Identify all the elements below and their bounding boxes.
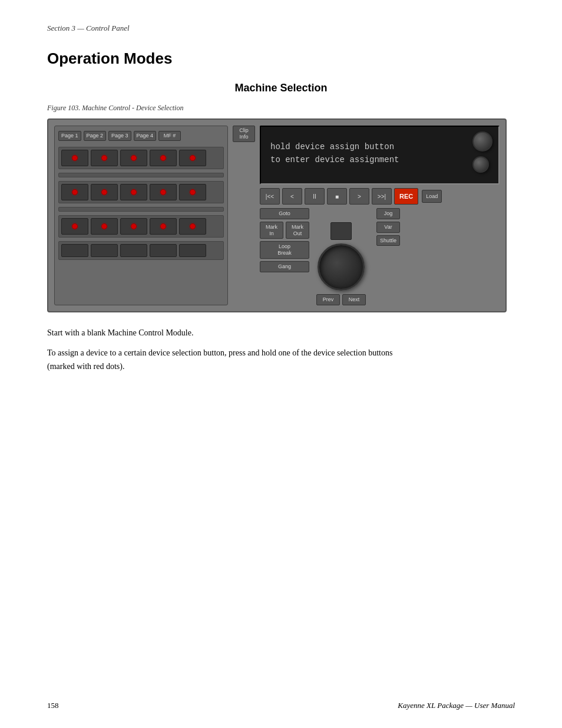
- rec-button[interactable]: REC: [394, 188, 418, 205]
- small-sq-2[interactable]: [91, 244, 118, 257]
- device-btn-3-4[interactable]: [150, 218, 177, 235]
- chapter-title: Operation Modes: [47, 50, 515, 68]
- device-btn-3-1[interactable]: [61, 218, 88, 235]
- device-btn-2-5[interactable]: [179, 184, 206, 200]
- panel-right: hold device assign button to enter devic…: [260, 126, 500, 305]
- device-panel: Page 1 Page 2 Page 3 Page 4 MF #: [47, 118, 507, 312]
- red-dot: [72, 223, 78, 229]
- device-btn-3-3[interactable]: [120, 218, 147, 235]
- page-4-button[interactable]: Page 4: [134, 131, 157, 141]
- red-dot: [160, 155, 166, 161]
- device-btn-1-2[interactable]: [91, 150, 118, 166]
- stop-button[interactable]: ■: [327, 188, 347, 205]
- mf-button[interactable]: MF #: [158, 131, 181, 141]
- small-sq-4[interactable]: [150, 244, 177, 257]
- small-sq-3[interactable]: [120, 244, 147, 257]
- clip-info-button[interactable]: ClipInfo: [233, 126, 255, 142]
- knob-2[interactable]: [472, 156, 489, 173]
- left-controls: Goto MarkIn MarkOut LoopBreak Gang: [260, 208, 309, 272]
- back-button[interactable]: <: [282, 188, 302, 205]
- small-sq-1[interactable]: [61, 244, 88, 257]
- body-text-2: To assign a device to a certain device s…: [47, 347, 412, 373]
- device-btn-2-1[interactable]: [61, 184, 88, 200]
- figure-caption: Figure 103. Machine Control - Device Sel…: [47, 104, 515, 113]
- prev-button[interactable]: Prev: [316, 294, 340, 305]
- panel-left: Page 1 Page 2 Page 3 Page 4 MF #: [54, 126, 228, 305]
- rewind-button[interactable]: |<<: [260, 188, 280, 205]
- red-dot: [101, 155, 107, 161]
- controls-row: Goto MarkIn MarkOut LoopBreak Gang Prev …: [260, 208, 500, 305]
- device-row-3: [58, 215, 224, 238]
- knob-area: [472, 131, 492, 173]
- page-1-button[interactable]: Page 1: [58, 131, 81, 141]
- jog-area: Prev Next: [312, 222, 371, 305]
- transport-row: |<< < II ■ > >>| REC Load: [260, 188, 500, 205]
- small-sq-5[interactable]: [179, 244, 206, 257]
- pause-button[interactable]: II: [305, 188, 325, 205]
- footer-page-number: 158: [47, 701, 59, 710]
- display-line-1: hold device assign button: [270, 142, 489, 151]
- device-btn-1-4[interactable]: [150, 150, 177, 166]
- red-dot: [131, 155, 137, 161]
- red-dot: [160, 223, 166, 229]
- red-dot: [131, 223, 137, 229]
- mark-out-button[interactable]: MarkOut: [286, 222, 309, 239]
- red-dot: [101, 189, 107, 195]
- right-side-buttons: Jog Var Shuttle: [376, 208, 400, 246]
- device-btn-1-1[interactable]: [61, 150, 88, 166]
- red-dot: [101, 223, 107, 229]
- forward-button[interactable]: >>|: [372, 188, 392, 205]
- mark-in-button[interactable]: MarkIn: [260, 222, 283, 239]
- play-button[interactable]: >: [349, 188, 369, 205]
- device-row-1: [58, 147, 224, 169]
- device-btn-1-3[interactable]: [120, 150, 147, 166]
- loop-break-button[interactable]: LoopBreak: [260, 241, 309, 259]
- small-display: [330, 222, 352, 240]
- page-3-button[interactable]: Page 3: [108, 131, 131, 141]
- red-dot: [190, 223, 196, 229]
- jog-button[interactable]: Jog: [376, 208, 400, 219]
- device-btn-1-5[interactable]: [179, 150, 206, 166]
- goto-button[interactable]: Goto: [260, 208, 309, 219]
- display-line-2: to enter device assignment: [270, 155, 489, 164]
- load-button[interactable]: Load: [422, 190, 442, 203]
- knob-1[interactable]: [472, 131, 492, 151]
- red-dot: [190, 189, 196, 195]
- device-btn-2-2[interactable]: [91, 184, 118, 200]
- device-btn-3-2[interactable]: [91, 218, 118, 235]
- device-row-2: [58, 181, 224, 203]
- section-title: Machine Selection: [47, 82, 515, 94]
- page-2-button[interactable]: Page 2: [84, 131, 107, 141]
- mark-buttons: MarkIn MarkOut: [260, 222, 309, 239]
- device-btn-3-5[interactable]: [179, 218, 206, 235]
- next-button[interactable]: Next: [342, 294, 366, 305]
- small-squares-row: [58, 241, 224, 260]
- footer-manual-name: Kayenne XL Package — User Manual: [398, 701, 515, 710]
- prev-next-row: Prev Next: [316, 294, 366, 305]
- shuttle-button[interactable]: Shuttle: [376, 235, 400, 246]
- spacer-row-2: [58, 207, 224, 212]
- section-label: Section 3 — Control Panel: [47, 24, 515, 33]
- red-dot: [72, 155, 78, 161]
- spacer-row-1: [58, 173, 224, 177]
- page-buttons-row: Page 1 Page 2 Page 3 Page 4 MF #: [58, 131, 224, 141]
- red-dot: [160, 189, 166, 195]
- red-dot: [190, 155, 196, 161]
- device-btn-2-3[interactable]: [120, 184, 147, 200]
- gang-button[interactable]: Gang: [260, 261, 309, 272]
- body-text-1: Start with a blank Machine Control Modul…: [47, 327, 412, 340]
- display-screen: hold device assign button to enter devic…: [260, 126, 500, 185]
- red-dot: [72, 189, 78, 195]
- device-btn-2-4[interactable]: [150, 184, 177, 200]
- var-button[interactable]: Var: [376, 222, 400, 233]
- jog-wheel[interactable]: [318, 243, 365, 291]
- clip-info-area: ClipInfo: [233, 126, 255, 305]
- page-footer: 158 Kayenne XL Package — User Manual: [47, 701, 515, 710]
- red-dot: [131, 189, 137, 195]
